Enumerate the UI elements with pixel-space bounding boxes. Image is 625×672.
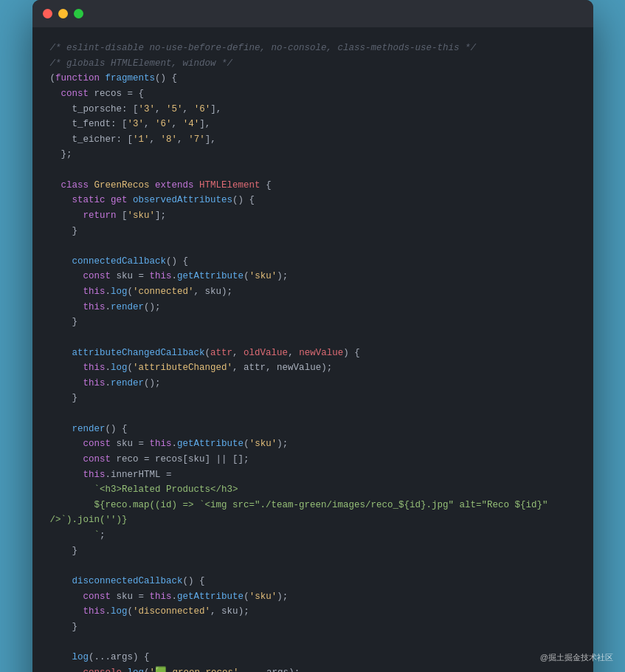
code-window: /* eslint-disable no-use-before-define, … <box>32 0 593 672</box>
close-button[interactable] <box>43 9 52 18</box>
code-content: /* eslint-disable no-use-before-define, … <box>32 27 593 672</box>
watermark: @掘土掘金技术社区 <box>540 652 613 663</box>
maximize-button[interactable] <box>74 9 83 18</box>
titlebar <box>32 0 593 27</box>
minimize-button[interactable] <box>58 9 68 18</box>
